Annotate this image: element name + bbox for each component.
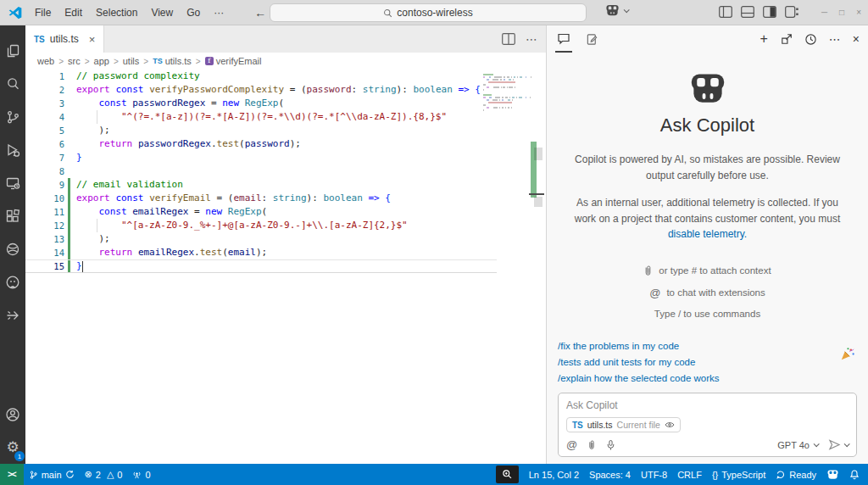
- source-control-icon[interactable]: [0, 100, 25, 133]
- remote-indicator[interactable]: ><: [0, 464, 24, 485]
- breadcrumb-separator: >: [195, 57, 202, 66]
- ready-icon: [776, 470, 786, 480]
- chat-input[interactable]: Ask Copilot TS utils.ts Current file @: [558, 393, 857, 457]
- zoom-indicator: [496, 465, 519, 483]
- line-number: 6: [25, 137, 64, 151]
- restore-icon[interactable]: □: [839, 0, 844, 25]
- scrollbar-thumb-2[interactable]: [534, 197, 542, 207]
- history-icon[interactable]: [804, 33, 817, 46]
- menu-edit[interactable]: Edit: [58, 0, 89, 25]
- menu-go[interactable]: Go: [180, 0, 207, 25]
- live-share-icon[interactable]: [0, 298, 25, 332]
- breadcrumb-item-verifyemail[interactable]: fverifyEmail: [205, 56, 262, 66]
- chat-input-actions: @ GPT 4o: [566, 438, 849, 451]
- settings-gear-icon[interactable]: ⚙ 1: [0, 431, 25, 464]
- account-icon[interactable]: [0, 398, 25, 431]
- eye-icon[interactable]: [665, 421, 675, 429]
- menu-bar: FileEditSelectionViewGo···: [28, 0, 231, 25]
- minimize-icon[interactable]: ─: [821, 0, 827, 25]
- eol-sequence[interactable]: CRLF: [672, 464, 707, 485]
- problems-indicator[interactable]: ⊗ 2 △ 0: [80, 464, 128, 485]
- model-picker[interactable]: GPT 4o: [777, 440, 818, 450]
- breadcrumb-item-utils[interactable]: utils: [123, 56, 140, 66]
- extensions-icon[interactable]: [0, 199, 25, 232]
- ready-status[interactable]: Ready: [771, 464, 821, 485]
- command-center-search[interactable]: contoso-wireless: [270, 3, 587, 22]
- copilot-menu-button[interactable]: [605, 4, 628, 17]
- copilot-status[interactable]: [821, 464, 844, 485]
- gutter-change-indicator: [68, 205, 70, 219]
- line-number: 2: [25, 83, 64, 97]
- back-arrow-icon[interactable]: ←: [254, 6, 266, 20]
- line-number: 3: [25, 97, 64, 110]
- gutter-change-indicator: [68, 178, 70, 192]
- toggle-secondary-sidebar-icon[interactable]: [763, 6, 776, 18]
- attach-icon[interactable]: [587, 439, 596, 451]
- menu-file[interactable]: File: [28, 0, 58, 25]
- chat-tab[interactable]: [555, 25, 572, 53]
- more-actions-icon[interactable]: ⋯: [526, 32, 537, 46]
- toggle-sidebar-icon[interactable]: [719, 6, 732, 18]
- more-actions-icon[interactable]: ⋯: [829, 32, 841, 46]
- chat-icon: [557, 32, 570, 45]
- code-line-12: 12 "^[a-zA-Z0-9._%+-]+@[a-zA-Z0-9.-]+\\.…: [25, 219, 497, 232]
- breadcrumb-item-src[interactable]: src: [68, 56, 81, 66]
- breadcrumb-item-app[interactable]: app: [94, 56, 109, 66]
- language-mode[interactable]: {} TypeScript: [707, 464, 771, 485]
- breadcrumb-item-web[interactable]: web: [37, 56, 54, 66]
- breadcrumb-item-utilsts[interactable]: TSutils.ts: [153, 56, 192, 66]
- toggle-panel-icon[interactable]: [741, 6, 754, 18]
- line-number: 10: [25, 192, 64, 205]
- encoding[interactable]: UTF-8: [636, 464, 672, 485]
- close-window-icon[interactable]: ×: [856, 0, 861, 25]
- copilot-panel: + ⋯ ×: [547, 25, 868, 464]
- scrollbar-thumb[interactable]: [534, 148, 542, 160]
- copilot-disclaimer-2: As an internal user, additional telemetr…: [566, 195, 849, 242]
- code-editor[interactable]: 1// password complexity2export const ver…: [25, 70, 546, 464]
- close-tab-icon[interactable]: ×: [89, 33, 96, 46]
- copilot-extension-icon[interactable]: [0, 232, 25, 265]
- suggested-prompt-3[interactable]: /explain how the selected code works: [558, 373, 857, 383]
- gutter: [68, 70, 70, 83]
- typescript-file-icon: TS: [153, 57, 163, 65]
- run-and-debug-icon[interactable]: [0, 133, 25, 166]
- close-panel-icon[interactable]: ×: [853, 32, 860, 46]
- new-chat-button[interactable]: +: [760, 31, 767, 47]
- branch-indicator[interactable]: main: [24, 464, 80, 485]
- microphone-icon[interactable]: [606, 439, 615, 451]
- explorer-icon[interactable]: [0, 34, 25, 67]
- remote-explorer-icon[interactable]: [0, 166, 25, 199]
- suggested-prompt-2[interactable]: /tests add unit tests for my code: [558, 357, 857, 367]
- indentation[interactable]: Spaces: 4: [584, 464, 636, 485]
- tab-utils-ts[interactable]: TS utils.ts ×: [25, 25, 104, 53]
- party-popper-icon: [839, 346, 855, 362]
- errors-icon: ⊗: [85, 469, 92, 480]
- workbench: ⚙ 1 TS utils.ts × ⋯ web>s: [0, 25, 868, 464]
- menu-view[interactable]: View: [144, 0, 180, 25]
- code-line-6: 6 return passwordRegex.test(password);: [25, 137, 497, 151]
- suggested-prompt-1[interactable]: /fix the problems in my code: [558, 341, 857, 351]
- search-icon[interactable]: [0, 67, 25, 100]
- disable-telemetry-link[interactable]: disable telemetry.: [668, 228, 747, 240]
- context-chip[interactable]: TS utils.ts Current file: [566, 417, 681, 432]
- cursor-position[interactable]: Ln 15, Col 2: [524, 464, 584, 485]
- edits-tab[interactable]: [584, 25, 600, 53]
- menu-[interactable]: ···: [207, 0, 231, 25]
- notifications[interactable]: [844, 464, 868, 485]
- open-in-editor-icon[interactable]: [780, 33, 793, 46]
- copilot-welcome: Ask Copilot Copilot is powered by AI, so…: [547, 53, 868, 319]
- split-editor-icon[interactable]: [502, 33, 515, 45]
- gutter: [68, 124, 70, 137]
- mention-icon[interactable]: @: [566, 438, 577, 451]
- minimap[interactable]: [483, 74, 531, 112]
- overview-cursor-mark: [529, 193, 544, 195]
- ports-indicator[interactable]: 0: [127, 464, 155, 485]
- send-button[interactable]: [828, 438, 849, 451]
- customize-layout-icon[interactable]: [785, 6, 798, 18]
- github-icon[interactable]: [0, 265, 25, 298]
- chip-note: Current file: [617, 420, 660, 430]
- text-cursor: [82, 261, 84, 272]
- symbol-function-icon: f: [205, 57, 214, 65]
- breadcrumb-separator: >: [142, 57, 149, 66]
- menu-selection[interactable]: Selection: [89, 0, 144, 25]
